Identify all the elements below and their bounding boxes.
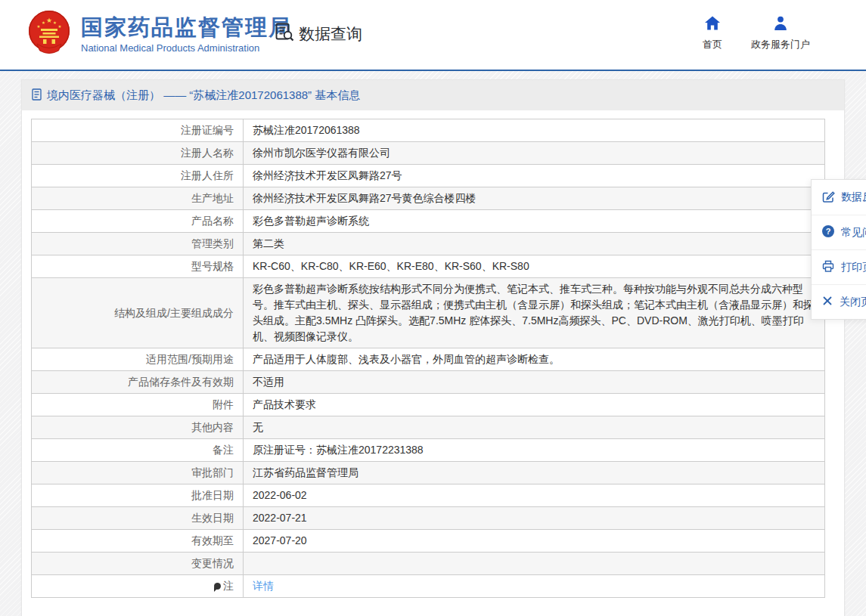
row-value: 产品技术要求: [244, 394, 825, 416]
page-background: 境内医疗器械（注册） —— “苏械注准20172061388” 基本信息 注册证…: [0, 71, 866, 616]
org-name-cn: 国家药品监督管理局: [81, 16, 292, 40]
table-row: 管理类别第二类: [32, 233, 825, 255]
menu-item-close-label: 关闭页面: [840, 296, 866, 309]
row-label: 产品储存条件及有效期: [32, 371, 244, 394]
question-circle-icon: ?: [821, 224, 835, 240]
page-title: 境内医疗器械（注册） —— “苏械注准20172061388” 基本信息: [47, 88, 360, 103]
table-row: 备注原注册证号：苏械注准20172231388: [32, 439, 825, 462]
nav-home[interactable]: 首页: [694, 15, 731, 51]
nav-portal[interactable]: 政务服务门户: [744, 15, 817, 51]
site-header: ★ ★ ★ ★ ★ 国家药品监督管理局 National Medical Pro…: [0, 0, 866, 70]
page-title-bar: 境内医疗器械（注册） —— “苏械注准20172061388” 基本信息: [22, 80, 844, 110]
table-row: 结构及组成/主要组成成分彩色多普勒超声诊断系统按结构形式不同分为便携式、笔记本式…: [32, 278, 825, 348]
row-label: 生效日期: [32, 507, 244, 530]
print-icon: [821, 259, 835, 275]
row-label: 适用范围/预期用途: [32, 348, 244, 371]
row-value: KR-C60、KR-C80、KR-E60、KR-E80、KR-S60、KR-S8…: [244, 255, 825, 278]
menu-item-print[interactable]: 打印页面: [812, 249, 866, 284]
row-value: 详情: [244, 575, 825, 598]
data-query-label: 数据查询: [299, 23, 362, 45]
table-row: 有效期至2027-07-20: [32, 530, 825, 553]
home-icon: [704, 15, 721, 34]
table-row: 批准日期2022-06-02: [32, 484, 825, 507]
svg-text:★: ★: [53, 20, 57, 25]
row-value: 产品适用于人体腹部、浅表及小器官，外周血管的超声诊断检查。: [244, 348, 825, 371]
menu-item-faq[interactable]: ? 常见问题: [812, 215, 866, 249]
org-name-en: National Medical Products Administration: [81, 42, 292, 54]
nav-portal-label: 政务服务门户: [744, 38, 817, 51]
table-row: 产品储存条件及有效期不适用: [32, 371, 825, 394]
table-row: 变更情况: [32, 553, 825, 575]
document-icon: [32, 88, 42, 103]
menu-item-faq-label: 常见问题: [841, 226, 866, 240]
row-value: 第二类: [244, 233, 825, 255]
svg-text:★: ★: [37, 24, 41, 29]
row-label: 产品名称: [32, 210, 244, 233]
row-label: 附件: [32, 394, 244, 416]
row-label: 型号规格: [32, 255, 244, 278]
table-row: 注册人住所徐州经济技术开发区凤舞路27号: [32, 165, 825, 187]
table-row: 生效日期2022-07-21: [32, 507, 825, 530]
nav-home-label: 首页: [694, 38, 731, 51]
row-label: 注: [32, 575, 244, 598]
table-row: 附件产品技术要求: [32, 394, 825, 416]
svg-text:★: ★: [58, 24, 62, 29]
row-label: 有效期至: [32, 530, 244, 553]
row-label: 生产地址: [32, 187, 244, 210]
row-label: 注册证编号: [32, 119, 244, 142]
row-label: 变更情况: [32, 553, 244, 575]
row-value: 2027-07-20: [244, 530, 825, 553]
table-row: 适用范围/预期用途产品适用于人体腹部、浅表及小器官，外周血管的超声诊断检查。: [32, 348, 825, 371]
row-label: 注册人名称: [32, 142, 244, 165]
menu-item-feedback[interactable]: 数据反馈: [812, 180, 866, 215]
row-value: 无: [244, 416, 825, 439]
row-value: 江苏省药品监督管理局: [244, 462, 825, 484]
row-label: 管理类别: [32, 233, 244, 255]
row-label: 批准日期: [32, 484, 244, 507]
row-value: 彩色多普勒超声诊断系统: [244, 210, 825, 233]
row-label: 结构及组成/主要组成成分: [32, 278, 244, 348]
row-value: 原注册证号：苏械注准20172231388: [244, 439, 825, 462]
national-emblem-logo: ★ ★ ★ ★ ★: [27, 9, 71, 60]
svg-text:★: ★: [46, 17, 52, 24]
feedback-edit-icon: [821, 190, 835, 206]
info-card: 境内医疗器械（注册） —— “苏械注准20172061388” 基本信息 注册证…: [21, 79, 845, 616]
registration-info-table: 注册证编号苏械注准20172061388注册人名称徐州市凯尔医学仪器有限公司注册…: [31, 119, 825, 598]
info-table-body: 注册证编号苏械注准20172061388注册人名称徐州市凯尔医学仪器有限公司注册…: [32, 119, 825, 598]
table-row: 注册证编号苏械注准20172061388: [32, 119, 825, 142]
balloon-icon: [214, 583, 221, 590]
user-icon: [772, 15, 789, 34]
row-value: 苏械注准20172061388: [244, 119, 825, 142]
detail-link[interactable]: 详情: [253, 580, 274, 592]
table-row: 型号规格KR-C60、KR-C80、KR-E60、KR-E80、KR-S60、K…: [32, 255, 825, 278]
row-value: 2022-06-02: [244, 484, 825, 507]
table-row: 注详情: [32, 575, 825, 598]
row-value: [244, 553, 825, 575]
row-label: 其他内容: [32, 416, 244, 439]
menu-item-close[interactable]: 关闭页面: [812, 284, 866, 319]
svg-text:?: ?: [826, 227, 831, 236]
row-label: 审批部门: [32, 462, 244, 484]
row-value: 徐州经济技术开发区凤舞路27号黄色综合楼四楼: [244, 187, 825, 210]
table-row: 产品名称彩色多普勒超声诊断系统: [32, 210, 825, 233]
floating-menu: 数据反馈 ? 常见问题 打印页面 关闭页面: [811, 179, 866, 320]
table-row: 审批部门江苏省药品监督管理局: [32, 462, 825, 484]
row-label: 备注: [32, 439, 244, 462]
table-row: 生产地址徐州经济技术开发区凤舞路27号黄色综合楼四楼: [32, 187, 825, 210]
brand-text: 国家药品监督管理局 National Medical Products Admi…: [81, 16, 292, 54]
table-row: 注册人名称徐州市凯尔医学仪器有限公司: [32, 142, 825, 165]
row-value: 徐州市凯尔医学仪器有限公司: [244, 142, 825, 165]
row-value: 徐州经济技术开发区凤舞路27号: [244, 165, 825, 187]
row-value: 不适用: [244, 371, 825, 394]
brand: ★ ★ ★ ★ ★ 国家药品监督管理局 National Medical Pro…: [27, 9, 292, 60]
row-value: 2022-07-21: [244, 507, 825, 530]
row-label: 注册人住所: [32, 165, 244, 187]
table-row: 其他内容无: [32, 416, 825, 439]
close-icon: [821, 295, 833, 309]
row-value: 彩色多普勒超声诊断系统按结构形式不同分为便携式、笔记本式、推车式三种。每种按功能…: [244, 278, 825, 348]
document-search-icon: [275, 22, 295, 46]
menu-item-print-label: 打印页面: [841, 261, 866, 274]
svg-text:★: ★: [42, 20, 45, 25]
menu-item-feedback-label: 数据反馈: [841, 190, 866, 204]
data-query-section[interactable]: 数据查询: [275, 22, 362, 46]
